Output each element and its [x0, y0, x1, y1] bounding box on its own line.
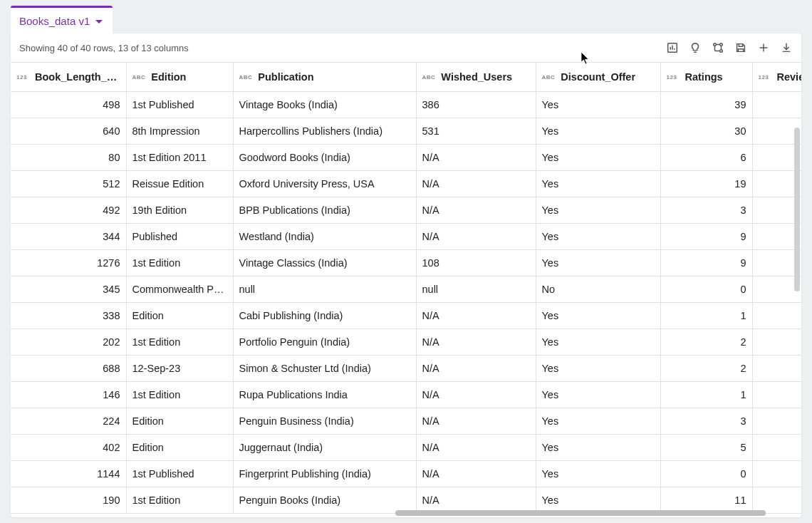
cell-ratings[interactable]: 6 — [660, 144, 752, 170]
cell-discount[interactable]: Yes — [536, 408, 660, 434]
cell-pub[interactable]: Vintage Books (India) — [233, 91, 416, 118]
cell-wished[interactable]: null — [416, 276, 536, 302]
cell-ratings[interactable]: 0 — [660, 276, 752, 302]
table-row[interactable]: 6408th ImpressionHarpercollins Publisher… — [11, 118, 801, 144]
cell-reviews[interactable] — [752, 408, 801, 434]
column-header-reviews[interactable]: 123Review — [752, 63, 801, 91]
cell-length[interactable]: 688 — [11, 355, 126, 381]
column-header-edition[interactable]: ABCEdition — [126, 63, 233, 91]
cell-discount[interactable]: Yes — [536, 144, 660, 170]
cell-ratings[interactable]: 19 — [660, 170, 752, 197]
cell-ratings[interactable]: 2 — [660, 355, 752, 381]
cell-wished[interactable]: N/A — [416, 355, 536, 381]
cell-reviews[interactable] — [752, 355, 801, 381]
cell-reviews[interactable] — [752, 434, 801, 460]
cell-discount[interactable]: No — [536, 276, 660, 302]
cell-wished[interactable]: N/A — [416, 197, 536, 223]
cell-pub[interactable]: null — [233, 276, 416, 302]
column-header-length[interactable]: 123Book_Length_Pa… — [11, 63, 126, 91]
cell-edition[interactable]: 1st Published — [126, 460, 233, 487]
cell-edition[interactable]: Reissue Edition — [126, 170, 233, 197]
table-row[interactable]: 68812-Sep-23Simon & Schuster Ltd (India)… — [11, 355, 801, 381]
cell-length[interactable]: 640 — [11, 118, 126, 144]
branch-icon[interactable] — [712, 41, 724, 54]
cell-pub[interactable]: Cabi Publishing (India) — [233, 302, 416, 328]
chart-icon[interactable] — [666, 41, 679, 54]
cell-wished[interactable]: 531 — [416, 118, 536, 144]
cell-reviews[interactable] — [752, 460, 801, 487]
cell-discount[interactable]: Yes — [536, 197, 660, 223]
cell-length[interactable]: 190 — [11, 487, 126, 513]
column-header-wished[interactable]: ABCWished_Users — [416, 63, 536, 91]
cell-discount[interactable]: Yes — [536, 249, 660, 276]
cell-length[interactable]: 492 — [11, 197, 126, 223]
cell-pub[interactable]: Westland (India) — [233, 223, 416, 249]
cell-wished[interactable]: N/A — [416, 223, 536, 249]
column-header-pub[interactable]: ABCPublication — [233, 63, 416, 91]
cell-discount[interactable]: Yes — [536, 223, 660, 249]
cell-edition[interactable]: 1st Edition — [126, 249, 233, 276]
cell-edition[interactable]: Edition — [126, 408, 233, 434]
cell-discount[interactable]: Yes — [536, 381, 660, 408]
table-row[interactable]: 338EditionCabi Publishing (India)N/AYes1 — [11, 302, 801, 328]
cell-pub[interactable]: Harpercollins Publishers (India) — [233, 118, 416, 144]
cell-discount[interactable]: Yes — [536, 328, 660, 355]
cell-edition[interactable]: Edition — [126, 434, 233, 460]
cell-discount[interactable]: Yes — [536, 355, 660, 381]
cell-reviews[interactable] — [752, 302, 801, 328]
cell-ratings[interactable]: 2 — [660, 328, 752, 355]
cell-length[interactable]: 1276 — [11, 249, 126, 276]
cell-length[interactable]: 224 — [11, 408, 126, 434]
cell-ratings[interactable]: 5 — [660, 434, 752, 460]
horizontal-scrollbar-thumb[interactable] — [395, 510, 766, 516]
cell-pub[interactable]: Fingerprint Publishing (India) — [233, 460, 416, 487]
lightbulb-icon[interactable] — [689, 41, 702, 54]
table-row[interactable]: 11441st PublishedFingerprint Publishing … — [11, 460, 801, 487]
cell-edition[interactable]: 1st Published — [126, 91, 233, 118]
cell-discount[interactable]: Yes — [536, 91, 660, 118]
cell-discount[interactable]: Yes — [536, 460, 660, 487]
cell-pub[interactable]: Rupa Publications India — [233, 381, 416, 408]
cell-pub[interactable]: Goodword Books (India) — [233, 144, 416, 170]
cell-wished[interactable]: N/A — [416, 328, 536, 355]
cell-wished[interactable]: N/A — [416, 460, 536, 487]
table-row[interactable]: 224EditionPenguin Business (India)N/AYes… — [11, 408, 801, 434]
cell-wished[interactable]: N/A — [416, 487, 536, 513]
table-row[interactable]: 4981st PublishedVintage Books (India)386… — [11, 91, 801, 118]
cell-reviews[interactable] — [752, 328, 801, 355]
table-row[interactable]: 402EditionJuggernaut (India)N/AYes5 — [11, 434, 801, 460]
table-row[interactable]: 1461st EditionRupa Publications IndiaN/A… — [11, 381, 801, 408]
cell-pub[interactable]: Penguin Business (India) — [233, 408, 416, 434]
cell-length[interactable]: 1144 — [11, 460, 126, 487]
cell-pub[interactable]: Simon & Schuster Ltd (India) — [233, 355, 416, 381]
cell-wished[interactable]: 108 — [416, 249, 536, 276]
cell-edition[interactable]: Commonwealth Pub. — [126, 276, 233, 302]
cell-length[interactable]: 80 — [11, 144, 126, 170]
cell-discount[interactable]: Yes — [536, 434, 660, 460]
table-row[interactable]: 12761st EditionVintage Classics (India)1… — [11, 249, 801, 276]
cell-reviews[interactable] — [752, 91, 801, 118]
cell-reviews[interactable] — [752, 381, 801, 408]
cell-pub[interactable]: Penguin Books (India) — [233, 487, 416, 513]
cell-ratings[interactable]: 30 — [660, 118, 752, 144]
cell-edition[interactable]: Published — [126, 223, 233, 249]
cell-wished[interactable]: N/A — [416, 144, 536, 170]
table-row[interactable]: 801st Edition 2011Goodword Books (India)… — [11, 144, 801, 170]
cell-wished[interactable]: N/A — [416, 381, 536, 408]
cell-length[interactable]: 345 — [11, 276, 126, 302]
dataset-tab[interactable]: Books_data v1 — [11, 6, 113, 33]
column-header-discount[interactable]: ABCDiscount_Offer — [536, 63, 660, 91]
data-grid[interactable]: 123Book_Length_Pa…ABCEditionABCPublicati… — [11, 63, 801, 517]
cell-edition[interactable]: 1st Edition — [126, 328, 233, 355]
column-header-ratings[interactable]: 123Ratings — [660, 63, 752, 91]
cell-wished[interactable]: N/A — [416, 302, 536, 328]
table-row[interactable]: 345Commonwealth Pub.nullnullNo0 — [11, 276, 801, 302]
cell-discount[interactable]: Yes — [536, 302, 660, 328]
cell-ratings[interactable]: 3 — [660, 197, 752, 223]
cell-length[interactable]: 146 — [11, 381, 126, 408]
cell-length[interactable]: 202 — [11, 328, 126, 355]
table-row[interactable]: 344PublishedWestland (India)N/AYes9 — [11, 223, 801, 249]
cell-edition[interactable]: 1st Edition — [126, 487, 233, 513]
cell-length[interactable]: 512 — [11, 170, 126, 197]
cell-ratings[interactable]: 9 — [660, 249, 752, 276]
